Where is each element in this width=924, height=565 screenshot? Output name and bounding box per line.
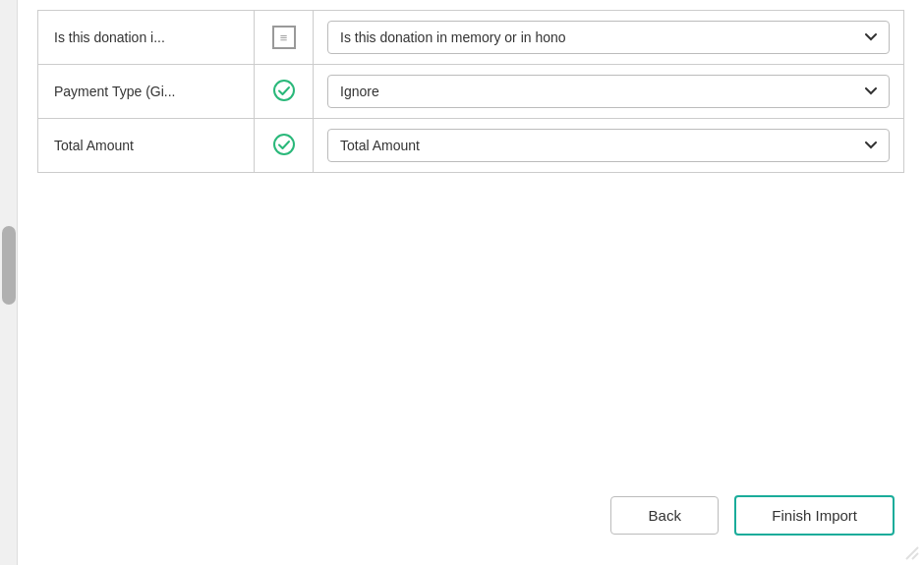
table-wrapper: Is this donation i... ≡ Is this donation…	[18, 0, 924, 476]
finish-import-button[interactable]: Finish Import	[734, 495, 895, 536]
mapping-select-cell[interactable]: Is this donation in memory or in hono Ig…	[314, 11, 904, 65]
scrollbar-thumb[interactable]	[2, 226, 16, 305]
svg-point-1	[274, 135, 294, 154]
main-content: Is this donation i... ≡ Is this donation…	[18, 0, 924, 565]
svg-point-0	[274, 81, 294, 100]
actions-area: Back Finish Import	[18, 476, 914, 565]
corner-decoration	[904, 545, 920, 561]
check-icon	[273, 80, 295, 101]
mapping-select-row1[interactable]: Is this donation in memory or in hono Ig…	[327, 21, 890, 54]
mapping-select-row2[interactable]: Ignore Payment Type Other	[327, 75, 890, 108]
mapping-table: Is this donation i... ≡ Is this donation…	[37, 10, 904, 173]
field-label: Is this donation i...	[38, 11, 255, 65]
field-label: Total Amount	[38, 119, 255, 173]
list-icon-cell: ≡	[255, 11, 314, 65]
table-row: Payment Type (Gi... Ignore	[38, 65, 904, 119]
scrollbar[interactable]	[0, 0, 18, 565]
list-icon: ≡	[272, 26, 296, 49]
mapping-select-row3[interactable]: Total Amount Ignore Other	[327, 129, 890, 162]
back-button[interactable]: Back	[610, 496, 719, 535]
mapping-select-cell[interactable]: Total Amount Ignore Other	[314, 119, 904, 173]
mapping-select-cell[interactable]: Ignore Payment Type Other	[314, 65, 904, 119]
check-icon-cell	[255, 119, 314, 173]
table-row: Total Amount Total Amount	[38, 119, 904, 173]
check-icon	[273, 134, 295, 155]
field-label: Payment Type (Gi...	[38, 65, 255, 119]
check-icon-cell	[255, 65, 314, 119]
dialog-container: Is this donation i... ≡ Is this donation…	[0, 0, 924, 565]
table-row: Is this donation i... ≡ Is this donation…	[38, 11, 904, 65]
